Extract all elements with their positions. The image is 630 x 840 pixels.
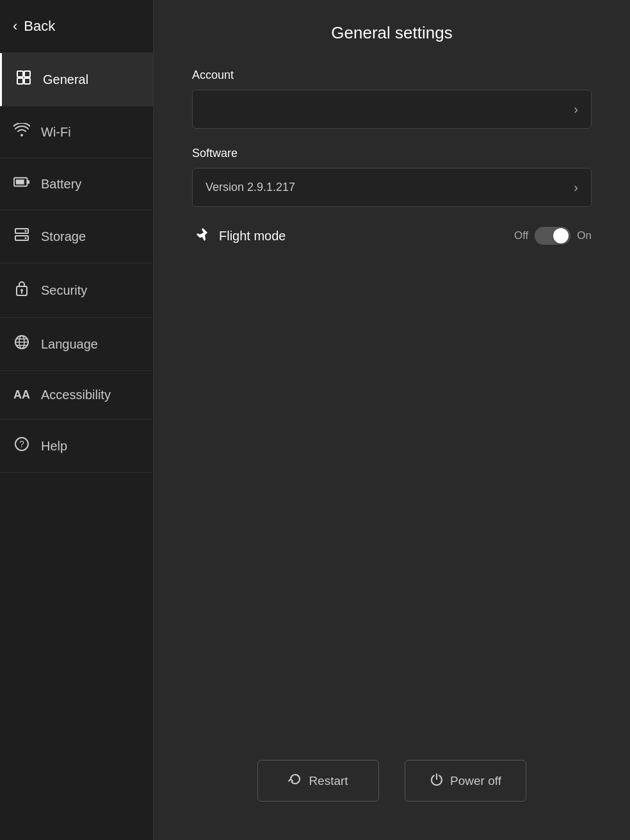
sidebar-item-label-help: Help <box>41 439 67 454</box>
svg-point-10 <box>25 237 27 239</box>
software-row[interactable]: Version 2.9.1.217 › <box>192 168 592 207</box>
main-content: General settings Account › Software Vers… <box>154 0 630 840</box>
flight-mode-toggle[interactable] <box>535 227 570 245</box>
svg-rect-6 <box>16 179 24 184</box>
svg-rect-2 <box>17 78 23 84</box>
security-icon <box>13 280 31 301</box>
wifi-icon <box>13 123 31 141</box>
page-title: General settings <box>192 0 592 69</box>
sidebar-item-language[interactable]: Language <box>0 318 153 371</box>
account-section: Account › <box>192 69 592 147</box>
account-label: Account <box>192 69 592 82</box>
help-icon: ? <box>13 436 31 456</box>
sidebar-item-label-accessibility: Accessibility <box>41 388 111 402</box>
software-value: Version 2.9.1.217 <box>206 181 295 194</box>
restart-label: Restart <box>309 774 348 788</box>
sidebar-item-accessibility[interactable]: AA Accessibility <box>0 371 153 420</box>
storage-icon <box>13 227 31 246</box>
sidebar-item-label-security: Security <box>41 283 87 298</box>
software-label: Software <box>192 147 592 160</box>
svg-point-9 <box>25 230 27 232</box>
flight-mode-label: Flight mode <box>219 229 505 243</box>
flight-mode-row: Flight mode Off On <box>192 225 592 247</box>
power-off-button[interactable]: Power off <box>405 760 526 802</box>
svg-rect-1 <box>24 71 30 77</box>
sidebar-item-wifi[interactable]: Wi-Fi <box>0 106 153 158</box>
sidebar-item-label-storage: Storage <box>41 229 86 244</box>
sidebar: ‹ Back General Wi-Fi <box>0 0 154 840</box>
power-off-label: Power off <box>450 774 501 788</box>
svg-rect-3 <box>24 78 30 84</box>
back-label: Back <box>24 18 55 35</box>
svg-rect-5 <box>27 180 29 184</box>
restart-button[interactable]: Restart <box>257 760 379 802</box>
account-row[interactable]: › <box>192 90 592 129</box>
software-chevron-icon: › <box>574 180 578 195</box>
language-icon <box>13 334 31 354</box>
accessibility-icon: AA <box>13 388 31 402</box>
sidebar-item-security[interactable]: Security <box>0 263 153 318</box>
sidebar-item-label-battery: Battery <box>41 177 81 192</box>
flight-mode-icon <box>192 225 210 247</box>
svg-point-12 <box>20 289 23 292</box>
sidebar-item-label-wifi: Wi-Fi <box>41 125 71 140</box>
sidebar-item-storage[interactable]: Storage <box>0 210 153 263</box>
bottom-buttons: Restart Power off <box>192 760 592 802</box>
toggle-on-label: On <box>577 229 592 242</box>
toggle-container: Off On <box>514 227 592 245</box>
toggle-off-label: Off <box>514 229 528 242</box>
toggle-knob <box>553 228 569 243</box>
sidebar-item-general[interactable]: General <box>0 53 153 106</box>
battery-icon <box>13 175 31 193</box>
svg-text:?: ? <box>19 439 24 449</box>
sidebar-item-battery[interactable]: Battery <box>0 158 153 210</box>
general-icon <box>15 70 33 89</box>
power-icon <box>430 772 444 789</box>
back-button[interactable]: ‹ Back <box>0 0 153 53</box>
sidebar-item-label-language: Language <box>41 337 98 352</box>
svg-rect-0 <box>17 71 23 77</box>
back-chevron-icon: ‹ <box>13 18 17 35</box>
sidebar-item-label-general: General <box>43 72 88 87</box>
software-section: Software Version 2.9.1.217 › <box>192 147 592 225</box>
restart-icon <box>288 772 302 789</box>
sidebar-item-help[interactable]: ? Help <box>0 420 153 473</box>
account-chevron-icon: › <box>574 102 578 117</box>
